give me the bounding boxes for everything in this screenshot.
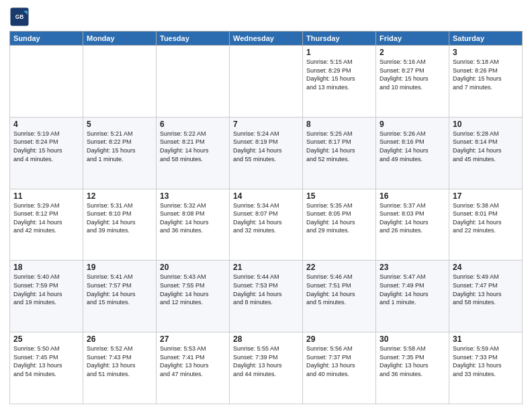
calendar-cell: 25Sunrise: 5:50 AM Sunset: 7:45 PM Dayli…: [10, 332, 83, 404]
day-number: 22: [306, 263, 372, 272]
calendar-cell: 3Sunrise: 5:18 AM Sunset: 8:26 PM Daylig…: [449, 46, 523, 118]
day-number: 19: [87, 263, 152, 272]
calendar-cell: 22Sunrise: 5:46 AM Sunset: 7:51 PM Dayli…: [303, 261, 376, 332]
calendar-cell: 6Sunrise: 5:22 AM Sunset: 8:21 PM Daylig…: [157, 117, 230, 189]
day-number: 17: [453, 191, 519, 201]
day-info: Sunrise: 5:22 AM Sunset: 8:21 PM Dayligh…: [160, 130, 226, 163]
day-info: Sunrise: 5:56 AM Sunset: 7:37 PM Dayligh…: [306, 345, 372, 378]
day-info: Sunrise: 5:38 AM Sunset: 8:01 PM Dayligh…: [453, 201, 519, 235]
calendar-header-wednesday: Wednesday: [230, 32, 303, 46]
day-info: Sunrise: 5:19 AM Sunset: 8:24 PM Dayligh…: [13, 130, 79, 163]
svg-text:GB: GB: [15, 14, 24, 20]
calendar-cell: 9Sunrise: 5:26 AM Sunset: 8:16 PM Daylig…: [376, 117, 449, 189]
calendar-cell: 18Sunrise: 5:40 AM Sunset: 7:59 PM Dayli…: [10, 261, 83, 332]
day-info: Sunrise: 5:37 AM Sunset: 8:03 PM Dayligh…: [380, 201, 445, 235]
calendar-header-thursday: Thursday: [303, 32, 376, 46]
calendar-cell: 2Sunrise: 5:16 AM Sunset: 8:27 PM Daylig…: [376, 46, 449, 118]
day-info: Sunrise: 5:29 AM Sunset: 8:12 PM Dayligh…: [13, 201, 79, 235]
day-number: 18: [13, 263, 79, 272]
calendar-week-1: 4Sunrise: 5:19 AM Sunset: 8:24 PM Daylig…: [10, 117, 523, 189]
day-number: 23: [380, 263, 445, 272]
day-info: Sunrise: 5:18 AM Sunset: 8:26 PM Dayligh…: [453, 58, 519, 91]
day-number: 4: [13, 120, 79, 129]
calendar-week-4: 25Sunrise: 5:50 AM Sunset: 7:45 PM Dayli…: [10, 332, 523, 404]
calendar-week-2: 11Sunrise: 5:29 AM Sunset: 8:12 PM Dayli…: [10, 189, 523, 261]
calendar-table: SundayMondayTuesdayWednesdayThursdayFrid…: [9, 31, 523, 404]
day-info: Sunrise: 5:26 AM Sunset: 8:16 PM Dayligh…: [380, 130, 445, 163]
calendar-cell: [10, 46, 83, 118]
calendar-header-friday: Friday: [376, 32, 449, 46]
day-info: Sunrise: 5:52 AM Sunset: 7:43 PM Dayligh…: [87, 345, 152, 378]
day-info: Sunrise: 5:31 AM Sunset: 8:10 PM Dayligh…: [87, 201, 152, 235]
calendar-header-tuesday: Tuesday: [157, 32, 230, 46]
day-number: 30: [380, 334, 445, 344]
calendar-cell: 7Sunrise: 5:24 AM Sunset: 8:19 PM Daylig…: [230, 117, 303, 189]
calendar-header-row: SundayMondayTuesdayWednesdayThursdayFrid…: [10, 32, 523, 46]
logo-icon: GB: [9, 7, 30, 27]
day-info: Sunrise: 5:35 AM Sunset: 8:05 PM Dayligh…: [306, 201, 372, 235]
day-info: Sunrise: 5:50 AM Sunset: 7:45 PM Dayligh…: [13, 345, 79, 378]
day-info: Sunrise: 5:46 AM Sunset: 7:51 PM Dayligh…: [306, 273, 372, 306]
day-info: Sunrise: 5:16 AM Sunset: 8:27 PM Dayligh…: [380, 58, 445, 91]
day-number: 9: [380, 120, 445, 129]
calendar-header-monday: Monday: [83, 32, 157, 46]
day-number: 2: [380, 48, 445, 57]
calendar-cell: 12Sunrise: 5:31 AM Sunset: 8:10 PM Dayli…: [83, 189, 157, 261]
calendar-cell: 26Sunrise: 5:52 AM Sunset: 7:43 PM Dayli…: [83, 332, 157, 404]
calendar-cell: 11Sunrise: 5:29 AM Sunset: 8:12 PM Dayli…: [10, 189, 83, 261]
day-info: Sunrise: 5:28 AM Sunset: 8:14 PM Dayligh…: [453, 130, 519, 163]
calendar-cell: 4Sunrise: 5:19 AM Sunset: 8:24 PM Daylig…: [10, 117, 83, 189]
calendar-cell: 15Sunrise: 5:35 AM Sunset: 8:05 PM Dayli…: [303, 189, 376, 261]
day-info: Sunrise: 5:15 AM Sunset: 8:29 PM Dayligh…: [306, 58, 372, 91]
day-number: 12: [87, 191, 152, 201]
day-info: Sunrise: 5:44 AM Sunset: 7:53 PM Dayligh…: [233, 273, 299, 306]
calendar-cell: 30Sunrise: 5:58 AM Sunset: 7:35 PM Dayli…: [376, 332, 449, 404]
calendar-cell: 21Sunrise: 5:44 AM Sunset: 7:53 PM Dayli…: [230, 261, 303, 332]
header: GB: [9, 7, 523, 27]
calendar-cell: 1Sunrise: 5:15 AM Sunset: 8:29 PM Daylig…: [303, 46, 376, 118]
calendar-week-3: 18Sunrise: 5:40 AM Sunset: 7:59 PM Dayli…: [10, 261, 523, 332]
day-number: 29: [306, 334, 372, 344]
calendar-cell: 24Sunrise: 5:49 AM Sunset: 7:47 PM Dayli…: [449, 261, 523, 332]
day-info: Sunrise: 5:41 AM Sunset: 7:57 PM Dayligh…: [87, 273, 152, 306]
day-info: Sunrise: 5:58 AM Sunset: 7:35 PM Dayligh…: [380, 345, 445, 378]
day-number: 3: [453, 48, 519, 57]
calendar-week-0: 1Sunrise: 5:15 AM Sunset: 8:29 PM Daylig…: [10, 46, 523, 118]
calendar-cell: [230, 46, 303, 118]
day-number: 26: [87, 334, 152, 344]
day-info: Sunrise: 5:43 AM Sunset: 7:55 PM Dayligh…: [160, 273, 226, 306]
calendar-cell: 13Sunrise: 5:32 AM Sunset: 8:08 PM Dayli…: [157, 189, 230, 261]
day-number: 21: [233, 263, 299, 272]
day-number: 24: [453, 263, 519, 272]
calendar-cell: 27Sunrise: 5:53 AM Sunset: 7:41 PM Dayli…: [157, 332, 230, 404]
day-number: 25: [13, 334, 79, 344]
day-info: Sunrise: 5:21 AM Sunset: 8:22 PM Dayligh…: [87, 130, 152, 163]
calendar-cell: 5Sunrise: 5:21 AM Sunset: 8:22 PM Daylig…: [83, 117, 157, 189]
day-number: 14: [233, 191, 299, 201]
calendar-cell: 31Sunrise: 5:59 AM Sunset: 7:33 PM Dayli…: [449, 332, 523, 404]
day-number: 8: [306, 120, 372, 129]
day-number: 10: [453, 120, 519, 129]
calendar-header-saturday: Saturday: [449, 32, 523, 46]
day-number: 13: [160, 191, 226, 201]
day-number: 31: [453, 334, 519, 344]
day-info: Sunrise: 5:59 AM Sunset: 7:33 PM Dayligh…: [453, 345, 519, 378]
logo: GB: [9, 7, 32, 27]
day-number: 5: [87, 120, 152, 129]
day-info: Sunrise: 5:53 AM Sunset: 7:41 PM Dayligh…: [160, 345, 226, 378]
day-info: Sunrise: 5:24 AM Sunset: 8:19 PM Dayligh…: [233, 130, 299, 163]
calendar-cell: 19Sunrise: 5:41 AM Sunset: 7:57 PM Dayli…: [83, 261, 157, 332]
calendar-cell: 17Sunrise: 5:38 AM Sunset: 8:01 PM Dayli…: [449, 189, 523, 261]
calendar-cell: 8Sunrise: 5:25 AM Sunset: 8:17 PM Daylig…: [303, 117, 376, 189]
page: GB SundayMondayTuesdayWednesdayThursdayF…: [0, 0, 532, 411]
day-number: 15: [306, 191, 372, 201]
calendar-cell: 14Sunrise: 5:34 AM Sunset: 8:07 PM Dayli…: [230, 189, 303, 261]
day-number: 27: [160, 334, 226, 344]
day-info: Sunrise: 5:55 AM Sunset: 7:39 PM Dayligh…: [233, 345, 299, 378]
calendar-cell: 29Sunrise: 5:56 AM Sunset: 7:37 PM Dayli…: [303, 332, 376, 404]
day-info: Sunrise: 5:40 AM Sunset: 7:59 PM Dayligh…: [13, 273, 79, 306]
day-number: 16: [380, 191, 445, 201]
day-number: 20: [160, 263, 226, 272]
day-number: 6: [160, 120, 226, 129]
day-number: 1: [306, 48, 372, 57]
